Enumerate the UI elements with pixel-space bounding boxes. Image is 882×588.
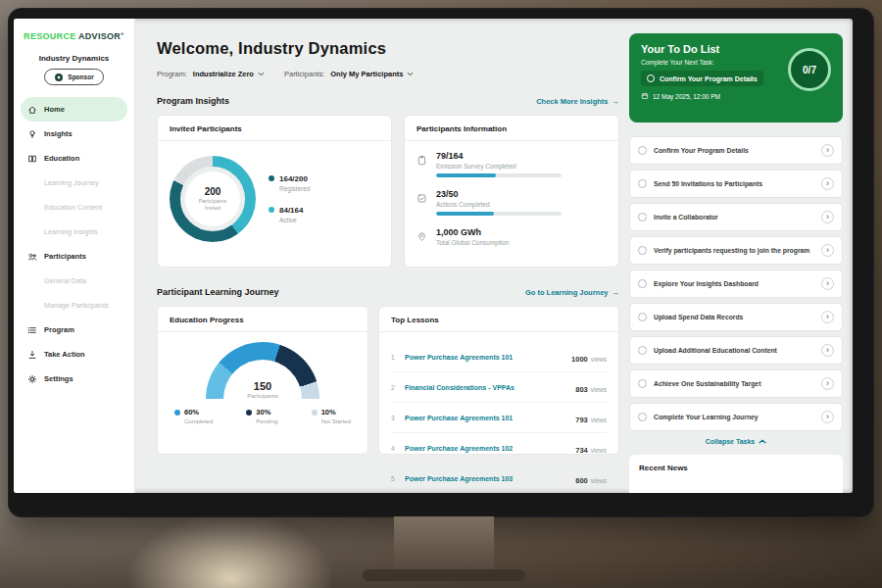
sidebar-item-label: Take Action (44, 350, 85, 359)
sidebar-item-label: Education Content (44, 203, 102, 212)
task-checkbox[interactable] (638, 313, 647, 321)
invited-participants-card: Invited Participants 200 Participants In… (157, 115, 392, 268)
sidebar-item-take-action[interactable]: Take Action (14, 342, 134, 367)
checklist-icon (416, 189, 428, 216)
task-checkbox[interactable] (638, 246, 647, 255)
emission-survey-row: 79/164 Emission Survey Completed (416, 151, 607, 177)
org-name: Industry Dynamics (14, 54, 134, 63)
task-checkbox[interactable] (638, 179, 647, 188)
insights-cards-row: Invited Participants 200 Participants In… (157, 115, 619, 268)
sidebar-item-education[interactable]: Education (14, 146, 134, 171)
card-title: Top Lessons (379, 316, 618, 332)
task-chevron-icon[interactable]: › (821, 377, 834, 390)
sponsor-icon (54, 73, 64, 82)
calendar-icon (641, 92, 649, 100)
go-to-learning-journey-link[interactable]: Go to Learning Journey → (525, 288, 619, 297)
todo-next-task[interactable]: Confirm Your Program Details (641, 71, 763, 86)
lesson-row: 5 Power Purchase Agreements 103 600views (391, 464, 607, 493)
top-lessons-card: Top Lessons 1 Power Purchase Agreements … (378, 306, 619, 455)
sidebar-item-home[interactable]: Home (21, 97, 127, 122)
learning-journey-header: Participant Learning Journey Go to Learn… (157, 287, 619, 297)
task-item[interactable]: Send 50 Invitations to Participants › (629, 170, 843, 198)
lesson-row: 4 Power Purchase Agreements 102 734views (391, 433, 607, 464)
task-chevron-icon[interactable]: › (821, 277, 834, 290)
task-checkbox[interactable] (638, 379, 647, 388)
sidebar-item-learning-journey[interactable]: Learning Journey (14, 171, 134, 195)
todo-next-date: 12 May 2025, 12:00 PM (641, 92, 780, 100)
lesson-link[interactable]: Power Purchase Agreements 101 (405, 354, 564, 361)
task-checkbox[interactable] (638, 346, 647, 355)
gauge-center-label: Participants (206, 393, 319, 399)
task-chevron-icon[interactable]: › (821, 244, 834, 257)
lesson-row: 2 Financial Considerations - VPPAs 803vi… (391, 372, 607, 403)
task-checkbox[interactable] (638, 279, 647, 288)
sidebar-item-education-content[interactable]: Education Content (14, 195, 134, 220)
section-title-learning-journey: Participant Learning Journey (157, 287, 279, 297)
home-icon (27, 105, 37, 115)
task-item[interactable]: Upload Additional Educational Content › (629, 336, 843, 365)
lesson-link[interactable]: Financial Considerations - VPPAs (405, 384, 568, 391)
task-checkbox[interactable] (647, 74, 655, 82)
task-item[interactable]: Explore Your Insights Dashboard › (629, 270, 843, 298)
lesson-link[interactable]: Power Purchase Agreements 101 (405, 415, 568, 421)
legend-dot-not-started (312, 410, 318, 416)
settings-gear-icon (27, 374, 37, 384)
page-title: Welcome, Industry Dynamics (157, 39, 619, 58)
sidebar-item-participants[interactable]: Participants (14, 244, 134, 269)
education-gauge-chart: 150 Participants (206, 342, 319, 399)
card-title: Participants Information (405, 124, 618, 141)
recent-news-header: Recent News (629, 455, 843, 493)
sidebar-item-general-data[interactable]: General Data (14, 269, 134, 293)
participants-icon (27, 252, 37, 262)
sidebar-item-settings[interactable]: Settings (14, 367, 134, 391)
task-chevron-icon[interactable]: › (821, 311, 834, 323)
task-item[interactable]: Upload Spend Data Records › (629, 303, 843, 331)
todo-title: Your To Do List (641, 43, 780, 55)
task-checkbox[interactable] (638, 146, 647, 155)
sidebar-item-program[interactable]: Program (14, 318, 134, 342)
sidebar-item-label: Learning Journey (44, 178, 99, 187)
arrow-right-icon: → (612, 288, 620, 297)
program-filter-label: Program: (157, 70, 187, 78)
task-item[interactable]: Complete Your Learning Journey › (629, 403, 843, 431)
take-action-icon (27, 350, 37, 360)
task-item[interactable]: Confirm Your Program Details › (629, 136, 843, 165)
check-more-insights-link[interactable]: Check More Insights → (536, 97, 619, 106)
donut-center-value: 200 (205, 186, 221, 197)
task-chevron-icon[interactable]: › (821, 177, 834, 190)
sidebar-item-learning-insights[interactable]: Learning Insights (14, 220, 134, 244)
sidebar-item-label: Insights (44, 129, 73, 138)
task-item[interactable]: Achieve One Sustainability Target › (629, 369, 843, 398)
program-select[interactable]: Industrialize Zero (193, 70, 265, 78)
task-chevron-icon[interactable]: › (821, 344, 834, 357)
task-checkbox[interactable] (638, 213, 647, 221)
todo-task-list: Confirm Your Program Details › Send 50 I… (629, 136, 843, 445)
task-chevron-icon[interactable]: › (821, 211, 834, 223)
chevron-up-icon (759, 439, 766, 444)
collapse-tasks-link[interactable]: Collapse Tasks (629, 438, 843, 445)
sidebar: RESOURCE ADVISOR+ Industry Dynamics Spon… (14, 19, 135, 493)
task-item[interactable]: Invite a Collaborator › (629, 203, 843, 231)
task-chevron-icon[interactable]: › (821, 144, 834, 157)
filters-bar: Program: Industrialize Zero Participants… (157, 70, 619, 78)
lesson-link[interactable]: Power Purchase Agreements 103 (405, 475, 568, 482)
task-chevron-icon[interactable]: › (821, 411, 834, 423)
monitor-stand-base (363, 569, 525, 581)
sidebar-item-label: Education (44, 154, 79, 163)
task-checkbox[interactable] (638, 413, 647, 421)
gauge-center-value: 150 (206, 380, 319, 392)
task-item[interactable]: Verify participants requesting to join t… (629, 236, 843, 265)
app-window: RESOURCE ADVISOR+ Industry Dynamics Spon… (14, 19, 853, 493)
participants-select[interactable]: Only My Participants (330, 70, 414, 78)
chevron-down-icon (407, 72, 414, 76)
insights-icon (27, 129, 37, 139)
education-icon (27, 154, 37, 164)
logo-resource: RESOURCE (24, 31, 75, 41)
logo-plus: + (121, 30, 124, 36)
sidebar-item-insights[interactable]: Insights (14, 122, 134, 146)
sidebar-item-manage-participants[interactable]: Manage Participants (14, 293, 134, 318)
legend-active: 84/164 Active (269, 206, 310, 223)
sponsor-badge: Sponsor (44, 69, 103, 85)
lesson-link[interactable]: Power Purchase Agreements 102 (405, 445, 568, 452)
legend-pending: 30% Pending (246, 408, 277, 424)
